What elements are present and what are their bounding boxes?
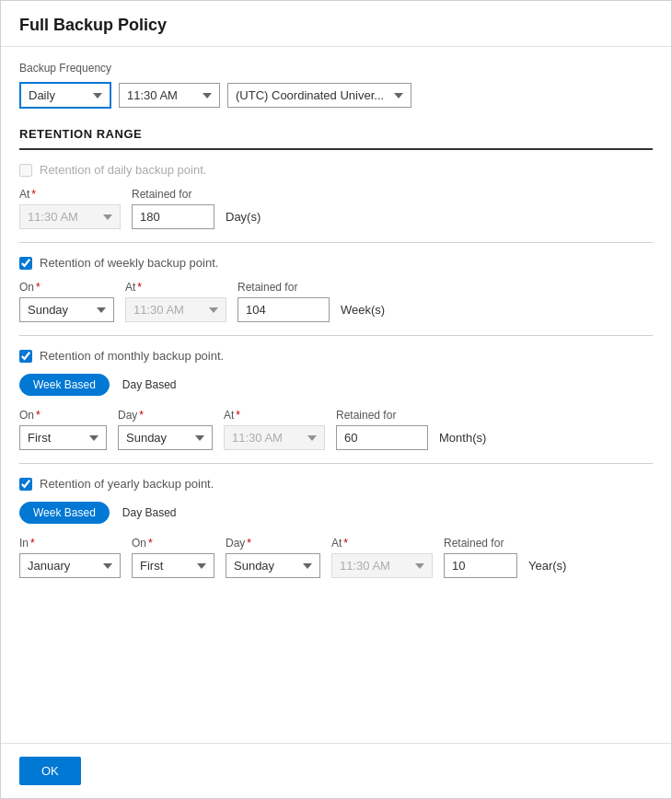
- yearly-fields-row: In * January February March April May Ju…: [19, 537, 653, 578]
- page-title: Full Backup Policy: [1, 1, 671, 47]
- monthly-day-based-btn[interactable]: Day Based: [110, 375, 190, 395]
- page-container: Full Backup Policy Backup Frequency Dail…: [0, 0, 672, 799]
- frequency-select[interactable]: Daily Weekly Monthly: [19, 82, 111, 109]
- monthly-at-required: *: [236, 409, 240, 422]
- yearly-unit: Year(s): [528, 559, 566, 578]
- monthly-toggle-group: Week Based Day Based: [19, 374, 653, 396]
- monthly-retention-block: Retention of monthly backup point. Week …: [19, 336, 653, 464]
- yearly-at-label: At *: [331, 537, 433, 550]
- yearly-day-select[interactable]: Sunday Monday Tuesday Wednesday Thursday…: [226, 553, 320, 578]
- monthly-at-group: At * 11:30 AM: [224, 409, 325, 450]
- yearly-at-select[interactable]: 11:30 AM: [331, 553, 433, 578]
- daily-at-group: At * 11:30 AM: [19, 188, 121, 229]
- weekly-on-required: *: [36, 281, 41, 294]
- yearly-toggle-group: Week Based Day Based: [19, 502, 653, 524]
- weekly-retention-block: Retention of weekly backup point. On * S…: [19, 243, 653, 336]
- weekly-checkbox[interactable]: [19, 257, 32, 270]
- monthly-on-select[interactable]: First Second Third Fourth Last: [19, 425, 107, 450]
- weekly-on-group: On * Sunday Monday Tuesday Wednesday Thu…: [19, 281, 114, 322]
- weekly-unit: Week(s): [341, 303, 385, 322]
- daily-fields-row: At * 11:30 AM Retained for Day(s): [19, 188, 653, 229]
- yearly-retention-block: Retention of yearly backup point. Week B…: [19, 464, 653, 591]
- yearly-in-select[interactable]: January February March April May June Ju…: [19, 553, 121, 578]
- monthly-day-label: Day *: [118, 409, 213, 422]
- monthly-checkbox-row: Retention of monthly backup point.: [19, 349, 653, 363]
- yearly-at-required: *: [343, 537, 348, 550]
- yearly-checkbox-label: Retention of yearly backup point.: [40, 477, 214, 491]
- frequency-timezone-select[interactable]: (UTC) Coordinated Univer...: [227, 83, 411, 108]
- frequency-time-select[interactable]: 11:30 AM 12:00 AM: [119, 83, 220, 108]
- daily-at-required: *: [31, 188, 36, 201]
- yearly-at-group: At * 11:30 AM: [331, 537, 433, 578]
- yearly-checkbox-row: Retention of yearly backup point.: [19, 477, 653, 491]
- content-area: Backup Frequency Daily Weekly Monthly 11…: [1, 47, 671, 743]
- monthly-checkbox-label: Retention of monthly backup point.: [40, 349, 224, 363]
- daily-unit: Day(s): [226, 210, 261, 229]
- frequency-row: Daily Weekly Monthly 11:30 AM 12:00 AM (…: [19, 82, 653, 109]
- ok-button[interactable]: OK: [19, 757, 81, 785]
- weekly-checkbox-label: Retention of weekly backup point.: [40, 256, 218, 270]
- daily-checkbox[interactable]: [19, 164, 32, 177]
- monthly-day-select[interactable]: Sunday Monday Tuesday Wednesday Thursday…: [118, 425, 213, 450]
- monthly-retained-group: Retained for: [336, 409, 428, 450]
- monthly-unit: Month(s): [439, 431, 486, 450]
- yearly-on-label: On *: [132, 537, 214, 550]
- yearly-retained-group: Retained for: [444, 537, 517, 578]
- monthly-on-required: *: [36, 409, 41, 422]
- retention-range-header: RETENTION RANGE: [19, 127, 653, 150]
- yearly-checkbox[interactable]: [19, 478, 32, 491]
- footer-bar: OK: [1, 743, 671, 798]
- yearly-day-label: Day *: [226, 537, 320, 550]
- daily-retained-label: Retained for: [132, 188, 214, 201]
- daily-retention-block: Retention of daily backup point. At * 11…: [19, 150, 653, 243]
- weekly-on-label: On *: [19, 281, 114, 294]
- daily-checkbox-row: Retention of daily backup point.: [19, 163, 653, 177]
- monthly-fields-row: On * First Second Third Fourth Last Day …: [19, 409, 653, 450]
- monthly-week-based-btn[interactable]: Week Based: [19, 374, 110, 396]
- weekly-at-group: At * 11:30 AM: [125, 281, 226, 322]
- weekly-retained-group: Retained for: [238, 281, 330, 322]
- daily-retained-input[interactable]: [132, 204, 214, 229]
- yearly-in-label: In *: [19, 537, 121, 550]
- yearly-on-group: On * First Second Third Fourth Last: [132, 537, 214, 578]
- yearly-week-based-btn[interactable]: Week Based: [19, 502, 110, 524]
- weekly-on-select[interactable]: Sunday Monday Tuesday Wednesday Thursday…: [19, 297, 114, 322]
- monthly-at-label: At *: [224, 409, 325, 422]
- monthly-at-select[interactable]: 11:30 AM: [224, 425, 325, 450]
- monthly-day-group: Day * Sunday Monday Tuesday Wednesday Th…: [118, 409, 213, 450]
- weekly-at-label: At *: [125, 281, 226, 294]
- daily-retained-group: Retained for: [132, 188, 214, 229]
- yearly-on-select[interactable]: First Second Third Fourth Last: [132, 553, 214, 578]
- daily-at-label: At *: [19, 188, 121, 201]
- yearly-on-required: *: [148, 537, 153, 550]
- monthly-retained-label: Retained for: [336, 409, 428, 422]
- daily-checkbox-label: Retention of daily backup point.: [40, 163, 206, 177]
- yearly-day-required: *: [247, 537, 251, 550]
- backup-frequency-label: Backup Frequency: [19, 62, 653, 75]
- weekly-at-required: *: [137, 281, 142, 294]
- monthly-day-required: *: [139, 409, 144, 422]
- daily-at-select[interactable]: 11:30 AM: [19, 204, 121, 229]
- monthly-on-group: On * First Second Third Fourth Last: [19, 409, 107, 450]
- yearly-day-group: Day * Sunday Monday Tuesday Wednesday Th…: [226, 537, 320, 578]
- monthly-on-label: On *: [19, 409, 107, 422]
- weekly-retained-label: Retained for: [238, 281, 330, 294]
- yearly-retained-input[interactable]: [444, 553, 517, 578]
- weekly-checkbox-row: Retention of weekly backup point.: [19, 256, 653, 270]
- monthly-retained-input[interactable]: [336, 425, 428, 450]
- yearly-retained-label: Retained for: [444, 537, 517, 550]
- weekly-at-select[interactable]: 11:30 AM: [125, 297, 226, 322]
- weekly-retained-input[interactable]: [238, 297, 330, 322]
- monthly-checkbox[interactable]: [19, 350, 32, 363]
- yearly-in-group: In * January February March April May Ju…: [19, 537, 121, 578]
- yearly-day-based-btn[interactable]: Day Based: [110, 503, 190, 523]
- yearly-in-required: *: [30, 537, 35, 550]
- weekly-fields-row: On * Sunday Monday Tuesday Wednesday Thu…: [19, 281, 653, 322]
